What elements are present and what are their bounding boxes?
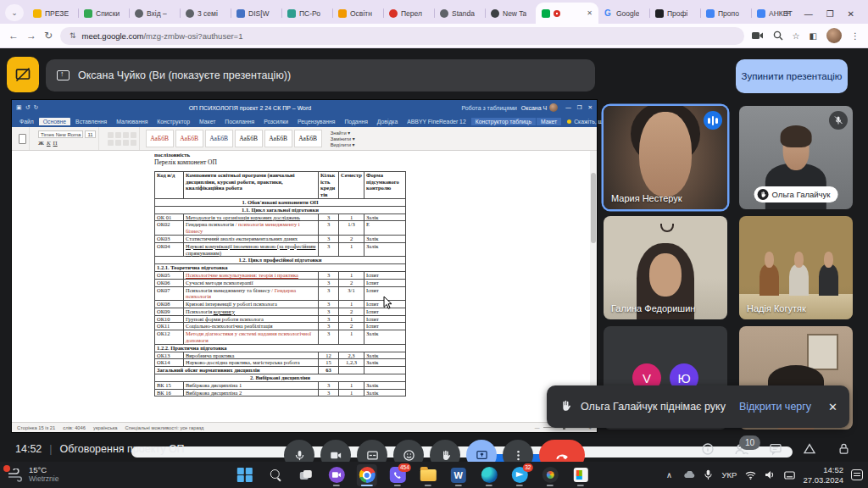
format-1-button[interactable]: К	[47, 140, 51, 147]
language-indicator[interactable]: УКР	[722, 470, 737, 480]
taskbar-edge-button[interactable]	[479, 464, 499, 486]
participant-tile[interactable]: Надія Когутяк	[739, 216, 853, 319]
ribbon-tab-вставлення[interactable]: Вставлення	[71, 118, 111, 125]
word-close-icon[interactable]: ✕	[588, 104, 593, 111]
ribbon-tab-малювання[interactable]: Малювання	[112, 118, 152, 125]
ribbon-tab-abbyy finereader 12[interactable]: ABBYY FineReader 12	[403, 118, 470, 125]
taskbar-chrome-button[interactable]	[357, 464, 377, 486]
taskbar-taskview-button[interactable]	[296, 464, 316, 486]
site-settings-icon[interactable]: ⇅	[70, 31, 76, 40]
browser-tab[interactable]: Профі	[649, 3, 700, 24]
word-scrollbar[interactable]	[590, 151, 597, 422]
ribbon-tab-подання[interactable]: Подання	[340, 118, 371, 125]
info-icon[interactable]	[700, 441, 715, 457]
browser-tab[interactable]: Standa	[434, 3, 485, 24]
style-chip[interactable]: АаБбВ	[264, 130, 292, 147]
ribbon-context-tab[interactable]: Конструктор таблиць	[471, 118, 536, 125]
forward-icon[interactable]: →	[26, 30, 36, 42]
side-panel-icon[interactable]: ◧	[810, 31, 817, 41]
editing-виділити[interactable]: Виділити ▾	[331, 142, 355, 147]
open-queue-link[interactable]: Відкрити чергу	[739, 401, 811, 413]
ribbon-tab-довідка[interactable]: Довідка	[373, 118, 402, 125]
browser-tab[interactable]: DIS[W	[231, 3, 281, 24]
taskbar-telegram-button[interactable]: 32	[509, 464, 530, 486]
ribbon-tab-розсилки[interactable]: Розсилки	[259, 118, 292, 125]
activities-icon[interactable]	[802, 441, 817, 457]
style-chip[interactable]: АаБбВ	[294, 130, 322, 147]
browser-tab[interactable]: 3 семі	[180, 3, 231, 24]
taskbar-camapp-button[interactable]	[326, 464, 347, 486]
browser-tab[interactable]: Списки	[78, 3, 129, 24]
host-icon[interactable]	[836, 441, 851, 457]
taskbar-viber-button[interactable]: 454	[387, 464, 408, 486]
taskbar-start-button[interactable]	[235, 464, 255, 486]
tray-mic-icon[interactable]	[703, 469, 715, 481]
profile-avatar[interactable]	[826, 28, 842, 43]
participant-tile[interactable]: Мария Нестерук	[604, 106, 727, 209]
taskbar-search-button[interactable]	[265, 464, 286, 486]
taskbar-word-button[interactable]: W	[448, 464, 469, 486]
style-chip[interactable]: АаБбВ	[175, 130, 203, 147]
browser-tab[interactable]: Пропо	[700, 3, 751, 24]
ribbon-tab-конструктор[interactable]: Конструктор	[153, 118, 194, 125]
notification-center-icon[interactable]	[851, 469, 863, 480]
editing-замінити[interactable]: Замінити ▾	[331, 136, 355, 141]
browser-tab-active[interactable]: ✕	[536, 3, 598, 24]
ribbon-tab-рецензування[interactable]: Рецензування	[293, 118, 339, 125]
ribbon-tab-основне[interactable]: Основне	[39, 118, 70, 125]
font-name-select[interactable]: Times New Roma	[38, 130, 83, 138]
tab-close-icon[interactable]: ✕	[587, 9, 593, 17]
ribbon-tab-посилання[interactable]: Посилання	[220, 118, 259, 125]
format-2-button[interactable]: П	[53, 140, 58, 147]
pen-icon[interactable]	[783, 469, 795, 481]
zoom-page-icon[interactable]	[773, 30, 783, 41]
taskbar-explorer-button[interactable]	[418, 464, 438, 486]
bookmark-icon[interactable]: ☆	[793, 31, 800, 41]
style-chip[interactable]: АаБбВ	[146, 130, 174, 147]
onedrive-icon[interactable]	[683, 469, 695, 481]
paste-icon[interactable]	[19, 134, 26, 144]
browser-tab[interactable]: New Ta	[485, 3, 536, 24]
reload-icon[interactable]: ↻	[44, 30, 53, 42]
tray-expand-icon[interactable]: ∧	[664, 469, 676, 481]
browser-tab[interactable]: Перел	[383, 3, 434, 24]
toast-close-icon[interactable]: ✕	[828, 401, 837, 413]
undo-icon[interactable]: ↺	[25, 104, 31, 111]
stop-presenting-button[interactable]: Зупинити презентацію	[736, 59, 848, 93]
volume-icon[interactable]	[764, 469, 776, 481]
participant-tile[interactable]: Галина Федоришин	[604, 216, 727, 319]
back-icon[interactable]: ←	[8, 30, 19, 42]
word-minimize-icon[interactable]: —	[565, 104, 571, 111]
weather-widget[interactable]: 15°C Wietrznie	[7, 466, 58, 484]
taskbar-media-button[interactable]	[540, 464, 560, 486]
browser-tab[interactable]: Освітн	[332, 3, 383, 24]
camera-access-icon[interactable]	[752, 31, 764, 40]
close-icon[interactable]: ✕	[848, 9, 854, 19]
save-icon[interactable]: ▣	[16, 104, 22, 111]
style-chip[interactable]: АаБбВ	[235, 130, 263, 147]
browser-tab[interactable]: ПРЕЗЕ	[27, 3, 78, 24]
document-canvas[interactable]: послідовність Перелік компонент ОП Код н…	[12, 151, 590, 422]
address-bar[interactable]: ⇅ meet.google.com/mzg-zmbw-osi?authuser=…	[60, 27, 744, 45]
participant-tile[interactable]: Ольга Галайчук	[739, 106, 853, 209]
browser-tab[interactable]: АНКЕТ	[751, 3, 802, 24]
word-restore-icon[interactable]: ❐	[577, 104, 582, 111]
taskbar-clock[interactable]: 14:52 27.03.2024	[803, 465, 843, 485]
browser-tab[interactable]: ПС-Ро	[281, 3, 332, 24]
ribbon-tab-макет[interactable]: Макет	[195, 118, 220, 125]
font-size-select[interactable]: 11	[85, 130, 95, 138]
browser-tab[interactable]: Вхід –	[129, 3, 180, 24]
menu-icon[interactable]: ⋮	[851, 31, 860, 41]
ribbon-context-tab[interactable]: Макет	[537, 118, 561, 125]
taskbar-notes-button[interactable]	[570, 464, 591, 486]
chat-icon[interactable]	[768, 441, 783, 457]
restore-icon[interactable]: ❐	[826, 9, 834, 19]
format-0-button[interactable]: Ж	[38, 140, 44, 147]
ribbon-tab-файл[interactable]: Файл	[15, 118, 38, 125]
tab-search-button[interactable]: ⌄	[5, 4, 24, 21]
redo-icon[interactable]: ↻	[34, 104, 39, 111]
minimize-icon[interactable]: —	[804, 9, 813, 19]
wifi-icon[interactable]	[744, 469, 756, 481]
style-chip[interactable]: АаБбВ	[205, 130, 233, 147]
browser-tab[interactable]: GGoogle	[598, 3, 649, 24]
